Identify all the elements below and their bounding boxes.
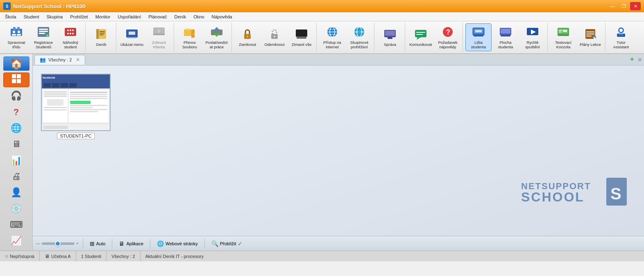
tab-all[interactable]: 👥 Všechny : 2 ✕	[34, 55, 85, 65]
status-dot	[5, 255, 8, 258]
plocha-icon	[499, 26, 512, 39]
svg-rect-90	[17, 79, 21, 83]
toolbar-poslat-sebrat[interactable]: Poslat/sesbírat práce	[204, 23, 230, 51]
toolbar-denik[interactable]: Deník	[88, 23, 114, 51]
toolbar-ztmavit-vse[interactable]: Ztmavit vše	[288, 23, 315, 51]
toolbar-pristup-internet[interactable]: Přístup na internet	[319, 23, 345, 51]
toolbar-plocha-studenta[interactable]: Plocha studenta	[492, 23, 519, 51]
svg-text:?: ?	[446, 29, 450, 36]
problizet-btn[interactable]: 🔍 Přoblížit ✓	[209, 240, 245, 248]
toolbar-rychle-spusteni[interactable]: Rychlé spuštění	[519, 23, 546, 51]
menu-usporadani[interactable]: Uspořádání	[114, 14, 144, 20]
pozadavek-label: Požadavek nápovědy	[436, 40, 460, 50]
tab-add-btn[interactable]: +	[630, 55, 634, 64]
toolbar-nahodny-student[interactable]: Náhodný student	[57, 23, 84, 51]
toolbar-group-display: Ukázat menu Zobrazit Klienta	[117, 23, 174, 52]
svg-point-40	[247, 36, 248, 37]
app-icon: S	[3, 2, 11, 10]
content-area: 👥 Všechny : 2 ✕ + ✕ facebook	[33, 54, 644, 251]
toolbar-zamknout[interactable]: Zamknout	[234, 23, 261, 51]
registrace-label: Registrace Studentů	[32, 40, 55, 50]
svg-rect-34	[185, 29, 190, 30]
svg-rect-87	[12, 74, 16, 78]
svg-rect-22	[100, 31, 105, 32]
toolbar-group-denik: Deník	[86, 23, 116, 52]
toolbar-spravovat-tridu[interactable]: Spravovat třídu	[3, 23, 29, 51]
svg-rect-6	[17, 34, 21, 36]
menu-skola[interactable]: Škola	[2, 14, 20, 20]
zamknout-icon	[241, 28, 254, 41]
toolbar-prenos-souboru[interactable]: → Přenos Souboru	[177, 23, 203, 51]
minimize-button[interactable]: —	[607, 2, 618, 10]
aplikace-btn[interactable]: 🖥 Aplikace	[116, 240, 146, 248]
svg-rect-75	[559, 32, 561, 32]
toolbar: Spravovat třídu + Registrace Studentů Ná…	[0, 21, 644, 54]
sidebar-btn-home[interactable]: 🏠	[3, 57, 29, 71]
svg-point-53	[358, 31, 361, 33]
toolbar-registrace-studentu[interactable]: + Registrace Studentů	[30, 23, 57, 51]
sidebar-btn-grid[interactable]	[3, 72, 29, 87]
sidebar-btn-keyboard[interactable]: ⌨	[3, 217, 29, 232]
toolbar-tutor-assistant[interactable]: Tutor Assistant	[608, 23, 634, 51]
ucebna-icon: 🖥	[45, 253, 50, 259]
rychle-label: Rychlé spuštění	[521, 40, 544, 50]
slider-track[interactable]	[42, 242, 75, 245]
student-card[interactable]: facebook	[41, 74, 111, 139]
toolbar-skupinove-prohlizeni[interactable]: Skupinové prohlížení	[346, 23, 372, 51]
toolbar-ukazat-menu[interactable]: Ukázat menu	[119, 23, 145, 51]
webove-stranky-btn[interactable]: 🌐 Webové stránky	[154, 240, 200, 248]
spravovat-tridu-label: Spravovat třídu	[5, 40, 28, 50]
zamknout-label: Zamknout	[239, 42, 256, 47]
close-button[interactable]: ✕	[630, 2, 641, 10]
toolbar-plany-lekce[interactable]: ▶ Plány Lekce	[577, 23, 603, 51]
toolbar-lista-studenta[interactable]: Lišta studenta	[465, 23, 492, 51]
komunikovat-icon	[414, 28, 427, 41]
poslat-sebrat-icon	[210, 26, 223, 39]
sidebar-btn-disc[interactable]: 💿	[3, 201, 29, 216]
menu-skupina[interactable]: Skupina	[43, 14, 66, 20]
tab-icon: 👥	[40, 57, 46, 63]
student-grid: facebook	[33, 66, 644, 236]
toolbar-group-sprava: Správa	[375, 23, 405, 52]
sidebar-btn-user[interactable]: 👤	[3, 186, 29, 200]
status-bar: Nepřístupná 🖥 Učebna A 1 Studenti Všechn…	[0, 251, 644, 261]
menu-planovac[interactable]: Plánovač	[145, 14, 170, 20]
menu-napoveda[interactable]: Nápověda	[209, 14, 236, 20]
title-left: S NetSupport School : HP8100	[3, 2, 85, 10]
auto-btn[interactable]: ⊞ Auto	[87, 240, 108, 248]
webove-icon: 🌐	[157, 240, 164, 247]
zoom-slider[interactable]: — +	[36, 241, 79, 246]
svg-point-3	[13, 31, 15, 33]
menu-prohliset[interactable]: Prohlížet	[67, 14, 91, 20]
check-icon: ✓	[238, 240, 243, 247]
toolbar-sprava[interactable]: Správa	[377, 23, 403, 51]
sidebar-btn-print[interactable]: 🖨	[3, 169, 29, 183]
sidebar-btn-internet[interactable]: 🌐	[3, 121, 29, 135]
slider-thumb[interactable]	[55, 241, 61, 247]
tab-close-btn[interactable]: ✕	[76, 57, 80, 63]
divider-1	[83, 239, 83, 249]
zobrazit-klienta-icon	[152, 26, 166, 39]
toolbar-odemknout[interactable]: Odemknout	[261, 23, 288, 51]
menu-denik[interactable]: Deník	[171, 14, 189, 20]
sidebar-btn-monitor[interactable]: 🖥	[3, 137, 29, 152]
menu-student[interactable]: Student	[20, 14, 43, 20]
menu-okno[interactable]: Okno	[190, 14, 207, 20]
sidebar-btn-help[interactable]: ?	[3, 105, 29, 119]
spravovat-tridu-icon	[10, 26, 23, 39]
toolbar-pozadavek-napovedy[interactable]: ? Požadavek nápovědy	[435, 23, 461, 51]
toolbar-group-internet: Přístup na internet Skupinové prohlížení	[317, 23, 374, 52]
sidebar-btn-graph[interactable]: 📈	[3, 234, 29, 248]
skupinove-icon	[353, 26, 366, 39]
status-denik: Aktuální Deník IT - procesory	[141, 251, 209, 261]
nahodny-label: Náhodný student	[59, 40, 82, 50]
restore-button[interactable]: ❐	[619, 2, 629, 10]
menu-monitor[interactable]: Monitor	[92, 14, 114, 20]
tab-collapse-btn[interactable]: ✕	[637, 57, 642, 63]
sidebar-btn-audio[interactable]: 🎧	[3, 89, 29, 103]
svg-rect-5	[12, 34, 16, 36]
sidebar-btn-chart[interactable]: 📊	[3, 153, 29, 167]
svg-rect-27	[129, 32, 135, 35]
toolbar-komunikovat[interactable]: Komunikovat	[408, 23, 434, 51]
toolbar-testovaci-konzola[interactable]: Testovací Konzola	[550, 23, 576, 51]
